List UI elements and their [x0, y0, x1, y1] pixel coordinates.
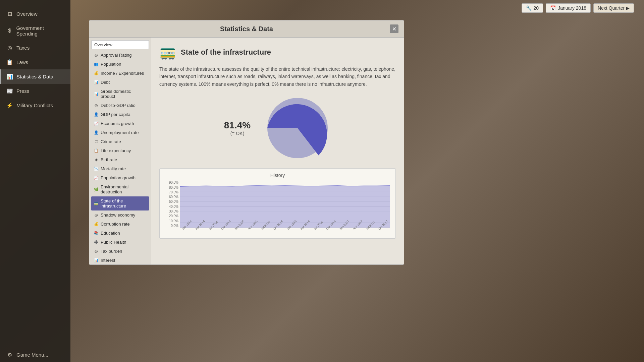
calendar-icon: 📅: [550, 5, 556, 11]
stat-item-environmental[interactable]: 🌿 Environmental destruction: [91, 182, 149, 196]
stat-item-public-health[interactable]: ➕ Public Health: [91, 238, 149, 247]
modal-header: Statistics & Data ✕: [89, 20, 404, 38]
gdp-capita-icon: 👤: [94, 112, 99, 117]
interest-icon: 📊: [94, 258, 99, 262]
stat-item-education[interactable]: 📚 Education: [91, 229, 149, 238]
stat-label-crime: Crime rate: [101, 139, 121, 144]
stat-item-corruption[interactable]: 💰 Corruption rate: [91, 220, 149, 229]
stat-item-economic-growth[interactable]: 📈 Economic growth: [91, 119, 149, 128]
stat-label-life-expectancy: Life expectancy: [101, 148, 131, 153]
y-label-10: 10.0%: [165, 219, 178, 223]
pie-value-display: 81.4% (= OK): [224, 120, 251, 136]
stat-item-unemployment[interactable]: 👤 Unemployment rate: [91, 128, 149, 137]
stat-item-debt[interactable]: 📊 Debt: [91, 78, 149, 87]
stat-label-mortality: Mortality rate: [101, 166, 126, 171]
sidebar-item-taxes[interactable]: ◎ Taxes: [0, 41, 70, 55]
date-value: January 2018: [558, 5, 586, 11]
stat-item-gdp[interactable]: 📊 Gross domestic product: [91, 87, 149, 101]
top-bar: 🔧 20 📅 January 2018 Next Quarter ▶: [522, 3, 634, 13]
sidebar-item-overview[interactable]: ⊞ Overview: [0, 7, 70, 21]
overview-icon: ⊞: [6, 11, 13, 17]
stat-item-life-expectancy[interactable]: 📋 Life expectancy: [91, 146, 149, 155]
stat-item-debt-gdp[interactable]: ◎ Debt-to-GDP ratio: [91, 101, 149, 110]
stat-list-overview[interactable]: Overview: [91, 40, 149, 49]
birthrate-icon: ◈: [94, 158, 99, 162]
stat-item-mortality[interactable]: 📉 Mortality rate: [91, 164, 149, 173]
sidebar-item-military[interactable]: ⚡ Military Conflicts: [0, 98, 70, 113]
gear-icon: ⚙: [6, 352, 13, 358]
sidebar-item-government-spending[interactable]: $ Government Spending: [0, 21, 70, 41]
population-icon: 👥: [94, 62, 99, 66]
stat-item-tax-burden[interactable]: ◎ Tax burden: [91, 247, 149, 256]
sidebar-item-game-menu[interactable]: ⚙ Game Menu...: [0, 348, 70, 362]
stat-item-interest[interactable]: 📊 Interest: [91, 256, 149, 264]
sidebar-item-statistics[interactable]: 📊 Statistics & Data: [0, 69, 70, 84]
next-quarter-label: Next Quarter ▶: [598, 5, 630, 11]
stat-list: Overview ◎ Approval Rating 👥 Population …: [89, 38, 151, 264]
y-label-20: 20.0%: [165, 214, 178, 218]
life-expectancy-icon: 📋: [94, 148, 99, 153]
score-value: 20: [534, 5, 539, 11]
sidebar: ⊞ Overview $ Government Spending ◎ Taxes…: [0, 0, 70, 362]
modal-close-button[interactable]: ✕: [390, 24, 398, 33]
environmental-icon: 🌿: [94, 187, 99, 192]
stat-label-economic-growth: Economic growth: [101, 121, 134, 126]
score-display: 🔧 20: [522, 3, 543, 13]
y-label-50: 50.0%: [165, 200, 178, 203]
sidebar-label-statistics: Statistics & Data: [16, 74, 53, 79]
stat-item-crime[interactable]: 🛡 Crime rate: [91, 137, 149, 146]
stat-item-infrastructure[interactable]: 🚃 State of the infrastructure: [91, 196, 149, 210]
stat-item-shadow-economy[interactable]: ◎ Shadow economy: [91, 210, 149, 220]
date-display: 📅 January 2018: [546, 3, 591, 13]
y-axis-labels: 90.0% 80.0% 70.0% 60.0% 50.0% 40.0% 30.0…: [165, 181, 180, 234]
wrench-icon: 🔧: [526, 5, 532, 11]
taxes-icon: ◎: [6, 45, 13, 51]
stat-item-approval-rating[interactable]: ◎ Approval Rating: [91, 51, 149, 60]
history-chart-container: Jan 2014 Apr 2014 Jul 2014 Oct 2014 Jan …: [180, 181, 390, 234]
stat-label-approval-rating: Approval Rating: [101, 53, 132, 58]
stat-label-debt: Debt: [101, 80, 110, 85]
sidebar-label-overview: Overview: [16, 11, 38, 17]
dollar-icon: $: [6, 28, 13, 34]
press-icon: 📰: [6, 88, 13, 94]
content-header: 🚃 State of the infrastructure: [159, 44, 396, 60]
pie-sublabel: (= OK): [224, 131, 251, 136]
modal-title: Statistics & Data: [103, 25, 390, 33]
stat-item-gdp-per-capita[interactable]: 👤 GDP per capita: [91, 110, 149, 119]
history-title: History: [165, 173, 390, 178]
stat-item-population[interactable]: 👥 Population: [91, 60, 149, 69]
content-panel: 🚃 State of the infrastructure The state …: [151, 38, 404, 264]
crime-icon: 🛡: [94, 140, 99, 144]
content-main-icon: 🚃: [159, 44, 176, 60]
income-icon: 💰: [94, 71, 99, 75]
content-description: The state of the infrastructure assesses…: [159, 65, 396, 88]
stat-label-population: Population: [101, 62, 121, 67]
statistics-icon: 📊: [6, 73, 13, 80]
content-title: State of the infrastructure: [181, 48, 271, 57]
unemployment-icon: 👤: [94, 130, 99, 135]
stat-label-income-expenditures: Income / Expenditures: [101, 71, 144, 76]
laws-icon: 📋: [6, 59, 13, 65]
sidebar-item-laws[interactable]: 📋 Laws: [0, 55, 70, 69]
stat-label-education: Education: [101, 231, 120, 236]
stat-item-birthrate[interactable]: ◈ Birthrate: [91, 155, 149, 164]
sidebar-label-taxes: Taxes: [16, 45, 30, 51]
statistics-modal: Statistics & Data ✕ Overview ◎ Approval …: [89, 20, 404, 265]
stat-item-population-growth[interactable]: 📈 Population growth: [91, 173, 149, 182]
y-label-70: 70.0%: [165, 190, 178, 194]
education-icon: 📚: [94, 231, 99, 235]
history-box: History 90.0% 80.0% 70.0% 60.0% 50.0% 40…: [159, 168, 396, 239]
military-icon: ⚡: [6, 102, 13, 109]
sidebar-label-government-spending: Government Spending: [16, 25, 65, 37]
sidebar-item-press[interactable]: 📰 Press: [0, 84, 70, 98]
pie-chart-area: 81.4% (= OK): [159, 95, 396, 162]
y-label-40: 40.0%: [165, 205, 178, 208]
modal-body: Overview ◎ Approval Rating 👥 Population …: [89, 38, 404, 264]
stat-label-debt-gdp: Debt-to-GDP ratio: [101, 103, 136, 108]
sidebar-label-laws: Laws: [16, 59, 28, 65]
stat-item-income-expenditures[interactable]: 💰 Income / Expenditures: [91, 69, 149, 78]
next-quarter-button[interactable]: Next Quarter ▶: [593, 3, 634, 13]
x-axis-labels: Jan 2014 Apr 2014 Jul 2014 Oct 2014 Jan …: [180, 228, 390, 232]
stat-label-birthrate: Birthrate: [101, 157, 117, 162]
approval-icon: ◎: [94, 53, 99, 57]
